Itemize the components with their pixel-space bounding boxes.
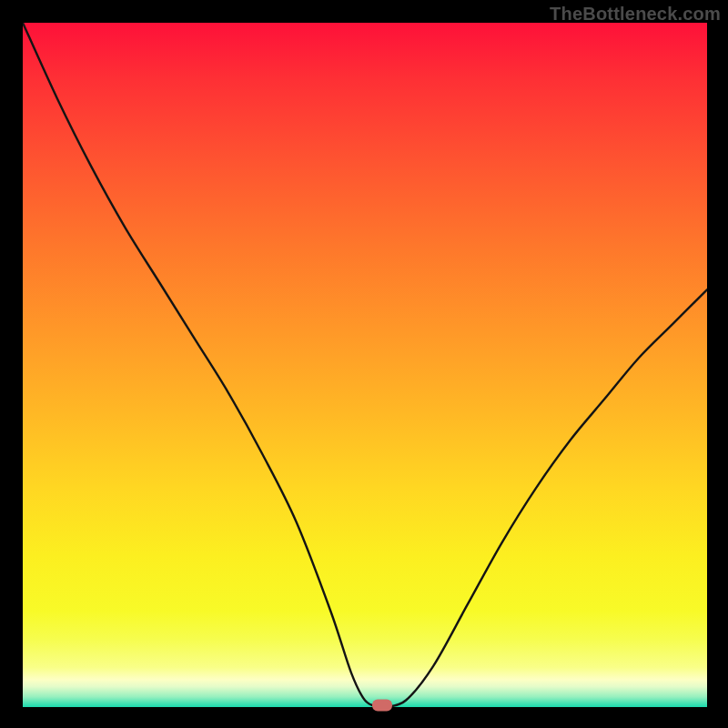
optimal-marker <box>372 699 392 711</box>
curve-svg <box>23 23 707 707</box>
bottleneck-chart: TheBottleneck.com <box>0 0 728 728</box>
plot-area <box>23 23 707 707</box>
watermark-text: TheBottleneck.com <box>550 4 721 25</box>
bottleneck-curve-path <box>23 23 707 707</box>
